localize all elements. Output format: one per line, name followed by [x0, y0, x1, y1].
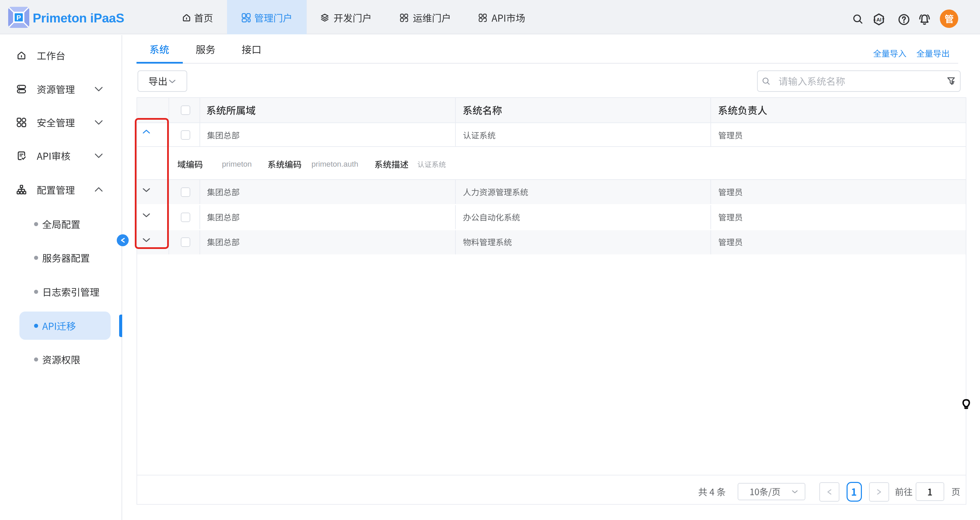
- svg-text:P: P: [16, 14, 21, 21]
- svg-text:AI: AI: [876, 17, 881, 22]
